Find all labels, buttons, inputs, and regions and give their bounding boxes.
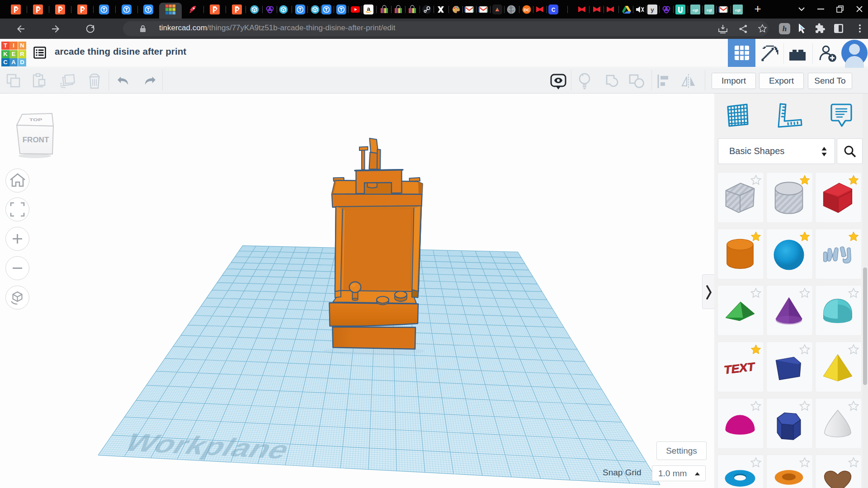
svg-text:DC: DC <box>524 8 530 12</box>
svg-text:cgt: cgt <box>707 8 712 12</box>
svg-text:cgt: cgt <box>735 8 741 12</box>
svg-text:TEXT: TEXT <box>724 360 755 377</box>
svg-text:cgt: cgt <box>693 8 698 12</box>
svg-text:y: y <box>651 7 654 14</box>
svg-text:TOP: TOP <box>29 117 42 122</box>
svg-text:FRONT: FRONT <box>23 136 49 144</box>
svg-text:C: C <box>552 7 556 13</box>
svg-text:a: a <box>367 5 370 12</box>
